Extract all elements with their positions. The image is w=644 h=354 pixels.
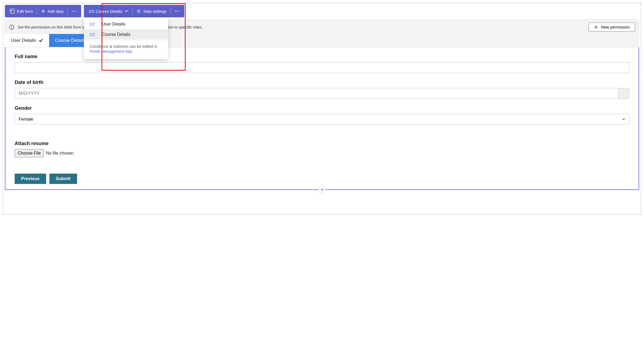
field-gender: Gender Female — [15, 105, 629, 124]
portal-management-link[interactable]: Portal Management App — [90, 49, 162, 54]
dropdown-item-course-details[interactable]: 2/2 Course Details — [84, 29, 168, 40]
dropdown-item-user-details[interactable]: 1/2 User Details — [84, 19, 168, 29]
svg-point-9 — [178, 11, 179, 11]
svg-rect-12 — [11, 27, 12, 28]
svg-point-7 — [175, 11, 176, 11]
toolbar-right: 2/2 Course Details Step settings — [84, 5, 184, 17]
more-right-button[interactable] — [171, 5, 183, 17]
dropdown-footer: Conditions & redirects can be edited in … — [84, 41, 168, 57]
info-icon — [9, 24, 14, 30]
dropdown-footer-text: Conditions & redirects can be edited in — [90, 44, 157, 49]
svg-point-11 — [11, 26, 12, 26]
editor-canvas: Edit form Add step 2/2 Course Details — [3, 3, 641, 215]
date-picker-button[interactable] — [618, 88, 629, 99]
form-icon — [10, 9, 15, 14]
ellipsis-icon — [71, 10, 76, 12]
chevron-down-icon — [125, 10, 128, 12]
step-selector-button[interactable]: 2/2 Course Details — [85, 5, 132, 17]
svg-point-3 — [72, 11, 73, 11]
dob-input[interactable] — [15, 88, 618, 99]
plus-icon — [594, 25, 598, 29]
svg-rect-2 — [11, 11, 12, 12]
edit-form-label: Edit form — [17, 9, 33, 14]
plus-icon — [320, 188, 324, 192]
new-permission-label: New permission — [601, 25, 630, 29]
svg-rect-0 — [10, 9, 14, 13]
step-dropdown: 1/2 User Details 2/2 Course Details Cond… — [84, 17, 168, 59]
new-permission-button[interactable]: New permission — [589, 23, 635, 32]
add-step-label: Add step — [47, 9, 64, 14]
dob-label: Date of birth — [15, 80, 629, 85]
step-settings-button[interactable]: Step settings — [132, 5, 171, 17]
plus-icon — [41, 9, 45, 13]
tab-label: Course Details — [55, 38, 85, 43]
form-body: Full name Date of birth Gender Female At… — [5, 47, 639, 189]
full-name-input[interactable] — [15, 62, 629, 73]
gender-select[interactable]: Female — [15, 114, 629, 124]
checkmark-icon — [39, 39, 43, 42]
dropdown-item-label: User Details — [102, 22, 125, 27]
step-settings-label: Step settings — [143, 9, 167, 14]
field-dob: Date of birth — [15, 80, 629, 99]
submit-button[interactable]: Submit — [49, 174, 77, 184]
dropdown-item-label: Course Details — [102, 32, 130, 37]
svg-point-6 — [138, 10, 139, 12]
toolbar-left: Edit form Add step — [5, 5, 81, 17]
dropdown-item-num: 1/2 — [89, 22, 97, 26]
file-row: Choose File No file chosen — [15, 149, 629, 157]
field-resume: Attach resume Choose File No file chosen — [15, 141, 629, 157]
add-step-button[interactable]: Add step — [37, 5, 67, 17]
svg-point-5 — [75, 11, 76, 11]
action-buttons: Previous Submit — [15, 174, 629, 184]
toolbar-row: Edit form Add step 2/2 Course Details — [5, 5, 639, 17]
ellipsis-icon — [175, 10, 179, 12]
dob-wrap — [15, 88, 629, 99]
dropdown-item-num: 2/2 — [89, 32, 97, 37]
tab-user-details[interactable]: User Details — [5, 34, 49, 47]
gear-icon — [136, 9, 141, 14]
svg-point-8 — [177, 11, 177, 11]
gender-label: Gender — [15, 105, 629, 111]
file-status: No file chosen — [46, 151, 73, 156]
more-left-button[interactable] — [68, 5, 80, 17]
step-selector-label: 2/2 Course Details — [89, 9, 122, 14]
tab-label: User Details — [11, 38, 36, 43]
add-component-button[interactable] — [319, 186, 326, 193]
svg-rect-1 — [11, 10, 13, 11]
edit-form-button[interactable]: Edit form — [6, 5, 37, 17]
previous-button[interactable]: Previous — [15, 174, 46, 184]
svg-point-4 — [74, 11, 74, 11]
choose-file-button[interactable]: Choose File — [15, 149, 44, 157]
resume-label: Attach resume — [15, 141, 629, 146]
